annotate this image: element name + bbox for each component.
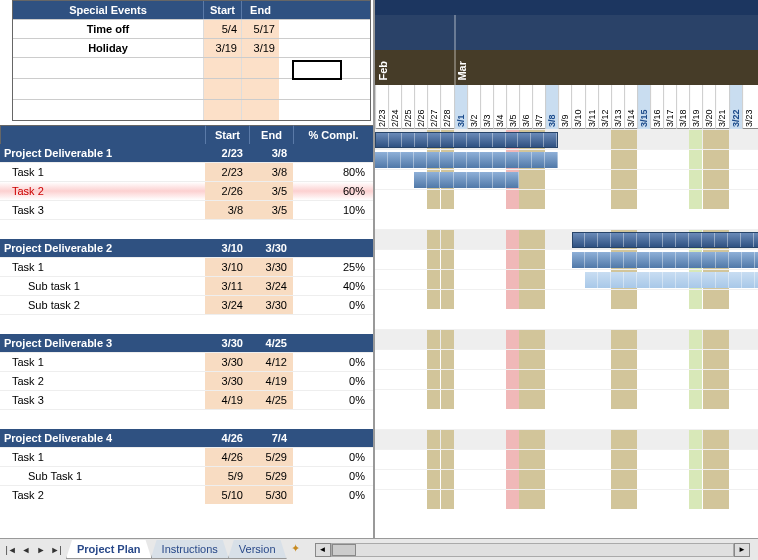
tab-version[interactable]: Version — [228, 540, 287, 559]
gantt-bar[interactable] — [572, 232, 759, 248]
task-row[interactable]: Sub task 23/243/300% — [0, 295, 373, 314]
date-cell: 2/27 — [427, 85, 440, 129]
gantt-row-header — [375, 429, 758, 449]
date-cell: 3/21 — [715, 85, 728, 129]
task-row[interactable]: Sub Task 15/95/290% — [0, 466, 373, 485]
last-sheet-button[interactable]: ►| — [49, 543, 63, 557]
prev-sheet-button[interactable]: ◄ — [19, 543, 33, 557]
active-cell[interactable] — [292, 60, 342, 80]
events-title: Special Events — [13, 1, 203, 19]
task-row[interactable]: Sub task 13/113/2440% — [0, 276, 373, 295]
gantt-row — [375, 389, 758, 409]
first-sheet-button[interactable]: |◄ — [4, 543, 18, 557]
tab-instructions[interactable]: Instructions — [151, 540, 229, 559]
date-cell: 3/19 — [689, 85, 702, 129]
date-cell: 3/17 — [663, 85, 676, 129]
gantt-row — [375, 249, 758, 269]
date-cell: 3/9 — [558, 85, 571, 129]
date-cell: 3/8 — [545, 85, 558, 129]
date-cell: 3/13 — [611, 85, 624, 129]
date-cell: 2/23 — [375, 85, 388, 129]
gantt-bar[interactable] — [375, 152, 558, 168]
date-cell: 3/18 — [676, 85, 689, 129]
events-col-end: End — [241, 1, 279, 19]
task-row[interactable]: Task 34/194/250% — [0, 390, 373, 409]
date-cell: 3/20 — [702, 85, 715, 129]
task-row[interactable]: Task 13/304/120% — [0, 352, 373, 371]
gantt-row-header — [375, 229, 758, 249]
gantt-row — [375, 169, 758, 189]
gantt-row — [375, 449, 758, 469]
tab-project-plan[interactable]: Project Plan — [66, 540, 152, 559]
timeline-header: FebMar 2/232/242/252/262/272/283/13/23/3… — [375, 0, 758, 129]
task-row[interactable]: Task 22/263/560% — [0, 181, 373, 200]
date-cell: 2/24 — [388, 85, 401, 129]
month-label: Mar — [456, 61, 468, 81]
month-label: Feb — [377, 61, 389, 81]
date-cell: 3/1 — [454, 85, 467, 129]
date-cell: 3/23 — [742, 85, 755, 129]
task-row[interactable]: Task 23/304/190% — [0, 371, 373, 390]
gantt-row-header — [375, 129, 758, 149]
deliverable-header[interactable]: Project Deliverable 33/304/25 — [0, 334, 373, 352]
date-cell: 3/16 — [650, 85, 663, 129]
event-row[interactable]: Holiday 3/19 3/19 — [13, 38, 370, 57]
task-row[interactable]: Task 33/83/510% — [0, 200, 373, 219]
date-cell: 3/3 — [480, 85, 493, 129]
event-row-empty[interactable] — [13, 78, 370, 99]
deliverable-header[interactable]: Project Deliverable 44/267/4 — [0, 429, 373, 447]
gantt-row — [375, 489, 758, 509]
left-panel: Special Events Start End Time off 5/4 5/… — [0, 0, 375, 538]
date-cell: 3/5 — [506, 85, 519, 129]
date-cell: 3/6 — [519, 85, 532, 129]
gantt-row — [375, 269, 758, 289]
gantt-row — [375, 149, 758, 169]
sheet-tabs: |◄ ◄ ► ►| Project Plan Instructions Vers… — [0, 538, 758, 560]
gantt-bar[interactable] — [585, 272, 758, 288]
event-row[interactable]: Time off 5/4 5/17 — [13, 19, 370, 38]
date-cell: 2/28 — [440, 85, 453, 129]
gantt-bar[interactable] — [572, 252, 759, 268]
task-row[interactable]: Task 12/233/880% — [0, 162, 373, 181]
gantt-row — [375, 369, 758, 389]
scroll-left-button[interactable]: ◄ — [315, 543, 331, 557]
gantt-panel: FebMar 2/232/242/252/262/272/283/13/23/3… — [375, 0, 758, 538]
deliverable-header[interactable]: Project Deliverable 12/233/8 — [0, 144, 373, 162]
gantt-bar[interactable] — [375, 132, 558, 148]
date-cell: 3/4 — [493, 85, 506, 129]
gantt-bar[interactable] — [414, 172, 519, 188]
task-row[interactable]: Task 14/265/290% — [0, 447, 373, 466]
scrollbar-thumb[interactable] — [332, 544, 356, 556]
gantt-row — [375, 349, 758, 369]
date-cell: 3/2 — [467, 85, 480, 129]
date-cell: 3/22 — [729, 85, 742, 129]
gantt-row — [375, 289, 758, 309]
task-columns-header: Start End % Compl. — [0, 125, 373, 144]
deliverable-header[interactable]: Project Deliverable 23/103/30 — [0, 239, 373, 257]
date-cell: 3/10 — [571, 85, 584, 129]
date-cell: 2/26 — [414, 85, 427, 129]
task-row[interactable]: Task 13/103/3025% — [0, 257, 373, 276]
date-cell: 2/25 — [401, 85, 414, 129]
date-cell: 3/15 — [637, 85, 650, 129]
horizontal-scrollbar[interactable] — [331, 543, 734, 557]
date-cell: 3/7 — [532, 85, 545, 129]
event-row-empty[interactable] — [13, 99, 370, 120]
next-sheet-button[interactable]: ► — [34, 543, 48, 557]
gantt-row — [375, 189, 758, 209]
date-cell: 3/11 — [585, 85, 598, 129]
gantt-row — [375, 469, 758, 489]
date-cell: 3/12 — [598, 85, 611, 129]
scroll-right-button[interactable]: ► — [734, 543, 750, 557]
date-cell: 3/14 — [624, 85, 637, 129]
events-col-start: Start — [203, 1, 241, 19]
new-sheet-icon[interactable]: ✦ — [291, 542, 307, 558]
gantt-row-header — [375, 329, 758, 349]
task-row[interactable]: Task 25/105/300% — [0, 485, 373, 504]
